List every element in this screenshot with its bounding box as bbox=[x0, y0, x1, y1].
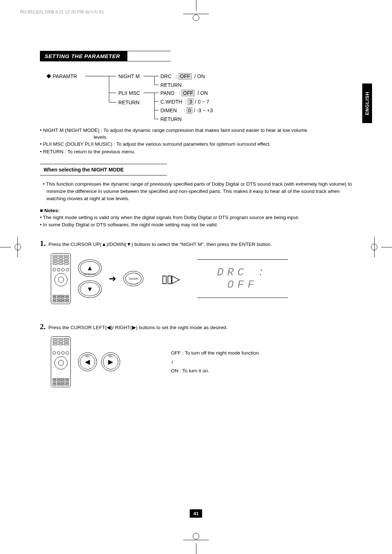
notes-list: The night mode setting is valid only whe… bbox=[40, 214, 359, 229]
remote-icon-2 bbox=[51, 336, 71, 387]
page-number: 41 bbox=[190, 509, 202, 518]
big-arrow-icon: ▯▯▷ bbox=[162, 272, 179, 285]
subheading-wrap: When selecting the NIGHT MODE bbox=[40, 164, 167, 175]
section-title: SETTING THE PARAMETER bbox=[40, 51, 127, 61]
section-title-box: SETTING THE PARAMETER bbox=[40, 51, 171, 61]
arrow-right-icon: ➔ bbox=[109, 274, 116, 284]
step-1-illustration: ▲SEARCH M. ▼ ➔ ENTER ▯▯▷ DRC : OFF bbox=[51, 253, 359, 304]
desc-levels: levels. bbox=[40, 134, 359, 140]
crop-line-bottom bbox=[183, 540, 209, 540]
tree-drc: DRC : OFF / ON bbox=[160, 73, 205, 79]
tree-dimen: DIMEN : 0 / -3 ~ +3 bbox=[160, 108, 213, 113]
step-2-illustration: SEL◀ SEL▶ OFF : To turn off the night mo… bbox=[51, 336, 359, 387]
display-panel: DRC : OFF bbox=[197, 259, 288, 298]
enter-button-icon: ENTER bbox=[123, 271, 143, 286]
parameter-descriptions: NIGHT M (NIGHT MODE) : To adjust the dyn… bbox=[40, 127, 359, 134]
tree-branch-plii: PLII MSC bbox=[118, 90, 140, 96]
night-mode-paragraph: This function compresses the dynamic ran… bbox=[40, 181, 359, 203]
tree-cwidth: C.WIDTH : 3 / 0 ~ 7 bbox=[160, 99, 209, 105]
cursor-up-button-icon: ▲SEARCH M. bbox=[78, 259, 102, 277]
crop-mark-top bbox=[189, 0, 203, 22]
tree-root: PARAMTR bbox=[53, 73, 77, 79]
tree-return-2: RETURN bbox=[160, 116, 181, 122]
notes-header: Notes: bbox=[40, 208, 359, 213]
tree-return-1: RETURN bbox=[160, 82, 181, 88]
parameter-tree: PARAMTR NIGHT M DRC : OFF / ON RETURN PL… bbox=[47, 72, 359, 126]
crop-line-top bbox=[183, 14, 209, 14]
tree-branch-night: NIGHT M bbox=[118, 73, 140, 79]
cursor-down-button-icon: ▼ bbox=[78, 280, 102, 298]
language-tab: ENGLISH bbox=[362, 84, 372, 123]
file-header: RD-6513(A) 2008.8.21 12:20 PM 페이지 41 bbox=[20, 9, 104, 15]
cursor-right-button-icon: SEL▶ bbox=[101, 352, 120, 371]
night-mode-options: OFF : To turn off the night mode functio… bbox=[171, 349, 260, 375]
parameter-descriptions-2: PLII MSC (DOLBY PLII MUSIC) : To adjust … bbox=[40, 141, 359, 156]
tree-branch-return: RETURN bbox=[118, 100, 139, 105]
step-2: 2. Press the CURSOR LEFT(◀)/ RIGHT(▶) bu… bbox=[40, 322, 359, 331]
tree-pano: PANO : OFF / ON bbox=[160, 90, 208, 96]
subheading: When selecting the NIGHT MODE bbox=[44, 167, 124, 173]
cursor-left-button-icon: SEL◀ bbox=[78, 352, 97, 371]
remote-icon bbox=[51, 253, 71, 304]
step-1: 1. Press the CURSOR UP(▲)/DOWN(▼) button… bbox=[40, 239, 359, 248]
